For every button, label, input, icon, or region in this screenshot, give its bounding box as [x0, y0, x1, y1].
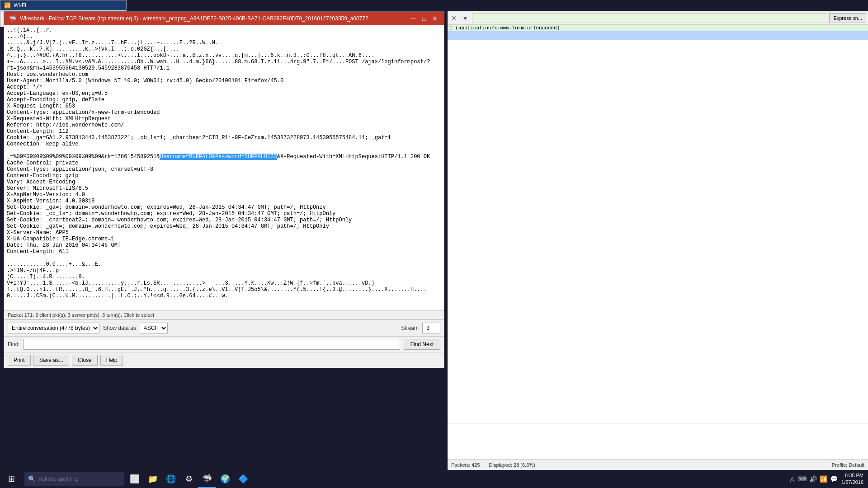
- tcp-titlebar-controls: ─ □ ✕: [409, 14, 439, 23]
- volume-icon[interactable]: 🔊: [809, 475, 817, 483]
- settings-button[interactable]: ⚙: [180, 470, 198, 488]
- tcp-dialog-title: Wireshark · Follow TCP Stream (tcp.strea…: [20, 15, 368, 22]
- taskbar-search-input[interactable]: [38, 476, 111, 482]
- filter-toolbar: ✕ ▼ Expression...: [448, 11, 868, 25]
- expression-button[interactable]: Expression...: [829, 13, 866, 23]
- network-icon[interactable]: 📶: [820, 475, 827, 483]
- wifi-icon: 📶: [4, 2, 11, 9]
- profile-label: Profile: Default: [832, 462, 864, 468]
- save-as-button[interactable]: Save as...: [33, 355, 69, 366]
- notification-icon[interactable]: 💬: [830, 475, 838, 483]
- packet-info: Packet 171: 3 client pkt(s), 3 server pk…: [8, 312, 156, 318]
- tcp-titlebar-left: 🦈 Wireshark · Follow TCP Stream (tcp.str…: [9, 15, 368, 22]
- wireshark-main-panel: ✕ ▼ Expression... 1 (application/x-www-f…: [448, 11, 868, 470]
- wifi-title: Wi-Fi: [14, 2, 26, 9]
- wifi-titlebar: 📶 Wi-Fi: [0, 0, 126, 10]
- system-tray: △ ⌨ 🔊 📶 💬: [790, 475, 838, 483]
- file-explorer-button[interactable]: 📁: [144, 470, 162, 488]
- tcp-find-row: Find: Find Next: [4, 336, 444, 352]
- wireshark-taskbar-button[interactable]: 🦈: [198, 470, 216, 488]
- status-bar: Packets: 425 Displayed: 28 (6.6%) Profil…: [448, 459, 868, 470]
- filter-input[interactable]: [472, 13, 828, 23]
- packet-list: 1 (application/x-www-form-urlencoded): [448, 25, 868, 369]
- packets-count: Packets: 425: [451, 462, 480, 468]
- app-button-7[interactable]: 🔷: [234, 470, 252, 488]
- task-view-button[interactable]: ⬜: [126, 470, 144, 488]
- close-dialog-button[interactable]: Close: [72, 355, 98, 366]
- stream-label: Stream: [401, 325, 419, 331]
- tcp-status-bar: Packet 171: 3 client pkt(s), 3 server pk…: [4, 311, 444, 319]
- clear-filter-button[interactable]: ✕: [449, 14, 458, 23]
- filter-icon: ▼: [460, 14, 470, 23]
- clock-date: 1/27/2016: [841, 479, 863, 486]
- minimize-button[interactable]: ─: [409, 14, 418, 23]
- packet-row-green[interactable]: 1 (application/x-www-form-urlencoded): [448, 25, 868, 31]
- credential-highlight: Username=BUFFALO&Password=BUFFALO123: [160, 154, 277, 160]
- search-icon: 🔍: [28, 475, 36, 483]
- taskbar-right: △ ⌨ 🔊 📶 💬 8:35 PM 1/27/2016: [790, 470, 868, 488]
- tcp-bottom-controls: Entire conversation (4778 bytes) Show da…: [4, 319, 444, 336]
- data-format-select[interactable]: ASCII: [140, 323, 168, 333]
- clock-time: 8:35 PM: [841, 472, 863, 479]
- help-button[interactable]: Help: [100, 355, 123, 366]
- tray-chevron[interactable]: △: [790, 475, 795, 483]
- edge-button[interactable]: 🌐: [162, 470, 180, 488]
- taskbar-clock[interactable]: 8:35 PM 1/27/2016: [841, 472, 863, 486]
- displayed-count: Displayed: 28 (6.6%): [489, 462, 535, 468]
- packet-row-blue[interactable]: [448, 31, 868, 40]
- find-label: Find:: [8, 341, 20, 347]
- close-button[interactable]: ✕: [430, 14, 439, 23]
- tcp-content: ..!{.1#..{..r. ....^{.. ......&.j/J.V|7.…: [4, 25, 444, 368]
- packet-rows-white: [448, 40, 868, 176]
- find-input[interactable]: [24, 339, 400, 350]
- wireshark-icon: 🦈: [9, 15, 16, 22]
- packet-detail-panel: [448, 369, 868, 423]
- stream-input[interactable]: [422, 323, 440, 333]
- tcp-stream-dialog: 🦈 Wireshark · Follow TCP Stream (tcp.str…: [4, 11, 444, 368]
- tcp-action-row: Print Save as... Close Help: [4, 352, 444, 368]
- taskbar: ⊞ 🔍 ⬜ 📁 🌐 ⚙ 🦈 🌍 🔷 △ ⌨ 🔊 📶 💬 8:35 PM 1/27…: [0, 470, 868, 488]
- conversation-select[interactable]: Entire conversation (4778 bytes): [8, 323, 99, 333]
- keyboard-icon: ⌨: [797, 475, 807, 483]
- maximize-button[interactable]: □: [420, 14, 429, 23]
- show-data-label: Show data as: [103, 325, 136, 331]
- find-next-button[interactable]: Find Next: [404, 339, 440, 350]
- print-button[interactable]: Print: [8, 355, 31, 366]
- green-row-content: 1 (application/x-www-form-urlencoded): [449, 25, 560, 31]
- taskbar-search[interactable]: 🔍: [24, 472, 124, 486]
- tcp-titlebar: 🦈 Wireshark · Follow TCP Stream (tcp.str…: [4, 12, 444, 25]
- packet-bytes-panel: [448, 423, 868, 459]
- app-button-6[interactable]: 🌍: [216, 470, 234, 488]
- start-button[interactable]: ⊞: [0, 470, 23, 488]
- tcp-text-content[interactable]: ..!{.1#..{..r. ....^{.. ......&.j/J.V|7.…: [4, 25, 444, 311]
